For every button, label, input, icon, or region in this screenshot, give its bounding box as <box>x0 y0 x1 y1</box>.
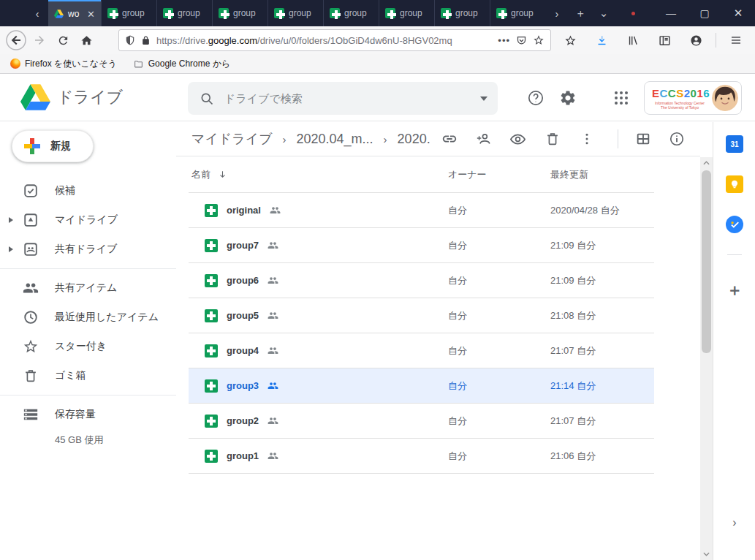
keep-icon[interactable] <box>726 175 743 193</box>
tab-drive-active[interactable]: wo ✕ <box>48 0 101 26</box>
account-icon[interactable] <box>684 29 707 52</box>
share-add-person-icon[interactable] <box>475 130 493 148</box>
scroll-down-icon[interactable] <box>700 548 713 560</box>
help-icon[interactable] <box>527 89 545 107</box>
window-minimize-button[interactable]: — <box>654 0 688 26</box>
tab-list-dropdown-icon[interactable]: ⌄ <box>592 0 615 26</box>
scrollbar-thumb[interactable] <box>702 170 711 353</box>
scroll-up-icon[interactable] <box>700 157 713 169</box>
delete-trash-icon[interactable] <box>544 130 561 148</box>
tab-group-3[interactable]: group <box>212 0 268 26</box>
content-scrollbar[interactable] <box>700 157 713 560</box>
settings-gear-icon[interactable] <box>559 89 577 107</box>
sidebar-item-priority[interactable]: 候補 <box>0 176 176 205</box>
tab-group-1[interactable]: group <box>101 0 156 26</box>
window-close-button[interactable]: ✕ <box>721 0 755 26</box>
tab-title: group <box>400 8 422 18</box>
get-addons-plus-icon[interactable]: ＋ <box>726 281 743 299</box>
collapse-panel-chevron-icon[interactable]: › <box>726 514 743 531</box>
bookmark-firefox[interactable]: Firefox を使いこなそう <box>10 58 117 70</box>
library-icon[interactable] <box>621 29 645 52</box>
drive-logo-icon[interactable] <box>20 84 50 110</box>
sidebar-toggle-icon[interactable] <box>653 29 676 52</box>
expand-caret-icon[interactable] <box>9 217 13 223</box>
bookmark-star-icon[interactable] <box>533 34 545 46</box>
drive-header: ドライブ ECCS2016 Information Technology Cen… <box>0 75 755 121</box>
search-icon[interactable] <box>200 91 214 106</box>
back-button[interactable] <box>4 29 28 52</box>
owner-cell: 自分 <box>448 344 550 357</box>
get-link-icon[interactable] <box>441 130 458 148</box>
sidebar-item-starred[interactable]: スター付き <box>0 332 176 361</box>
scroll-tabs-left-icon[interactable]: ‹ <box>26 0 48 26</box>
tracking-protection-shield-icon[interactable] <box>125 34 135 46</box>
tab-group-6[interactable]: group <box>379 0 434 26</box>
reload-button[interactable] <box>51 29 75 52</box>
bookmarks-bar: Firefox を使いこなそう Google Chrome から <box>0 54 755 74</box>
search-box[interactable] <box>188 82 498 115</box>
window-maximize-button[interactable]: ▢ <box>688 0 721 26</box>
sidebar-item-my-drive[interactable]: マイドライブ <box>0 205 176 235</box>
calendar-icon[interactable]: 31 <box>726 135 743 153</box>
sheets-file-icon <box>205 239 218 252</box>
grid-view-icon[interactable] <box>634 130 652 148</box>
table-row[interactable]: group1 自分 21:06 自分 <box>189 439 654 474</box>
column-header-name[interactable]: 名前 <box>189 168 448 181</box>
owner-cell: 自分 <box>448 379 550 393</box>
search-options-caret-icon[interactable] <box>480 97 487 101</box>
breadcrumb-folder-2[interactable]: 2020. <box>398 132 430 147</box>
new-tab-icon[interactable]: ＋ <box>569 0 592 26</box>
bookmark-folder-chrome[interactable]: Google Chrome から <box>133 58 231 70</box>
column-header-owner[interactable]: オーナー <box>448 168 550 181</box>
table-row[interactable]: group2 自分 21:07 自分 <box>189 404 654 439</box>
avatar[interactable] <box>712 85 738 111</box>
updated-cell: 21:14 自分 <box>550 379 654 393</box>
library-star-icon[interactable] <box>558 29 582 52</box>
info-icon[interactable] <box>668 130 686 148</box>
tasks-icon[interactable] <box>726 216 743 233</box>
tab-group-7[interactable]: group <box>434 0 490 26</box>
tab-group-8[interactable]: group <box>490 0 545 26</box>
column-header-updated[interactable]: 最終更新 <box>550 168 654 181</box>
account-badge[interactable]: ECCS2016 Information Technology Center T… <box>644 81 742 115</box>
sidebar-item-storage[interactable]: 保存容量 <box>0 400 176 429</box>
table-row[interactable]: group6 自分 21:09 自分 <box>189 263 654 298</box>
table-row[interactable]: group4 自分 21:07 自分 <box>189 333 654 368</box>
downloads-icon[interactable] <box>590 29 613 52</box>
google-apps-grid-icon[interactable] <box>612 89 630 107</box>
table-row[interactable]: group7 自分 21:09 自分 <box>189 228 654 263</box>
tab-group-4[interactable]: group <box>268 0 323 26</box>
tab-group-5[interactable]: group <box>323 0 379 26</box>
table-row-selected[interactable]: group3 自分 21:14 自分 <box>189 368 654 404</box>
sheets-favicon-icon <box>107 8 118 18</box>
updated-cell: 21:06 自分 <box>550 450 654 463</box>
sidebar-item-trash[interactable]: ゴミ箱 <box>0 361 176 390</box>
browser-tab-bar: ‹ wo ✕ group group group group group gro… <box>0 0 755 26</box>
sidebar-item-shared-drives[interactable]: 共有ドライブ <box>0 235 176 264</box>
tab-close-icon[interactable]: ✕ <box>87 9 95 20</box>
pocket-icon[interactable] <box>516 35 527 46</box>
url-bar[interactable]: https://drive.google.com/drive/u/0/folde… <box>118 29 551 51</box>
scroll-tabs-right-icon[interactable]: › <box>545 0 569 26</box>
table-row[interactable]: original 自分 2020/04/28 自分 <box>189 193 654 228</box>
recording-indicator-dot <box>631 12 635 15</box>
more-actions-kebab-icon[interactable] <box>578 130 596 148</box>
menu-hamburger-icon[interactable] <box>724 29 748 52</box>
table-row[interactable]: group5 自分 21:08 自分 <box>189 298 654 333</box>
sidebar-item-shared-with-me[interactable]: 共有アイテム <box>0 273 176 303</box>
preview-eye-icon[interactable] <box>509 130 527 148</box>
forward-button[interactable] <box>28 29 51 52</box>
sheets-favicon-icon <box>163 8 173 18</box>
breadcrumb-separator-icon: › <box>283 133 287 145</box>
sidebar-item-recent[interactable]: 最近使用したアイテム <box>0 303 176 332</box>
home-button[interactable] <box>75 29 98 52</box>
toolbar-separator <box>618 129 618 148</box>
sheets-favicon-icon <box>441 8 451 18</box>
breadcrumb-folder-1[interactable]: 2020.04_m... <box>297 132 373 147</box>
expand-caret-icon[interactable] <box>9 246 13 252</box>
search-input[interactable] <box>224 92 470 105</box>
new-button[interactable]: 新規 <box>12 130 94 162</box>
tab-group-2[interactable]: group <box>156 0 212 26</box>
breadcrumb-my-drive[interactable]: マイドライブ <box>191 130 273 148</box>
page-actions-icon[interactable]: ••• <box>498 35 510 46</box>
